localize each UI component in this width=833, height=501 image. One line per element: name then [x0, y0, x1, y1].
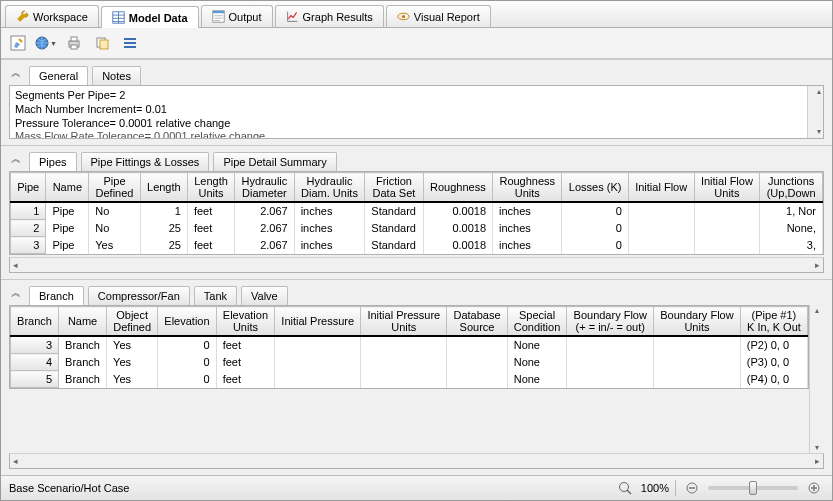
row-header[interactable]: 5 — [11, 371, 59, 388]
col-header[interactable]: DatabaseSource — [447, 307, 507, 337]
col-header[interactable]: Pipe — [11, 173, 46, 203]
col-header[interactable]: ObjectDefined — [107, 307, 158, 337]
general-panel: ︽ General Notes Segments Per Pipe= 2 Mac… — [1, 59, 832, 145]
row-header[interactable]: 3 — [11, 336, 59, 354]
col-header[interactable]: (Pipe #1)K In, K Out — [740, 307, 807, 337]
zoom-slider[interactable] — [708, 486, 798, 490]
scroll-right-icon[interactable]: ▸ — [815, 260, 820, 270]
edit-tool-button[interactable] — [7, 32, 29, 54]
cell: feet — [216, 336, 274, 354]
row-header[interactable]: 2 — [11, 220, 46, 237]
zoom-plus-button[interactable] — [804, 479, 824, 497]
cell — [654, 336, 741, 354]
zoom-slider-thumb[interactable] — [749, 481, 757, 495]
cell — [628, 202, 694, 220]
subtab-general[interactable]: General — [29, 66, 88, 85]
row-header[interactable]: 4 — [11, 354, 59, 371]
collapse-general-button[interactable]: ︽ — [7, 64, 25, 82]
cell: Yes — [107, 354, 158, 371]
branch-grid[interactable]: BranchNameObjectDefinedElevationElevatio… — [9, 305, 809, 389]
col-header[interactable]: Initial Pressure — [275, 307, 361, 337]
copy-tool-button[interactable] — [91, 32, 113, 54]
svg-rect-20 — [100, 40, 108, 49]
cell — [654, 371, 741, 388]
col-header[interactable]: Boundary Flow(+ = in/- = out) — [567, 307, 654, 337]
table-row[interactable]: 1PipeNo1feet2.067inchesStandard0.0018inc… — [11, 202, 823, 220]
zoom-out-mag-button[interactable] — [615, 479, 635, 497]
col-header[interactable]: Elevation — [158, 307, 216, 337]
row-header[interactable]: 3 — [11, 237, 46, 254]
tab-model-data[interactable]: Model Data — [101, 6, 199, 28]
tab-output[interactable]: Output — [201, 5, 273, 27]
col-header[interactable]: Initial PressureUnits — [361, 307, 447, 337]
col-header[interactable]: HydraulicDiameter — [235, 173, 295, 203]
general-text-area[interactable]: Segments Per Pipe= 2 Mach Number Increme… — [9, 85, 824, 139]
col-header[interactable]: Name — [59, 307, 107, 337]
scenario-label: Base Scenario/Hot Case — [9, 482, 129, 494]
cell — [275, 354, 361, 371]
list-tool-button[interactable] — [119, 32, 141, 54]
cell: 0 — [562, 202, 628, 220]
col-header[interactable]: Roughness — [423, 173, 492, 203]
cell: feet — [187, 202, 234, 220]
table-row[interactable]: 4BranchYes0feetNone(P3) 0, 0 — [11, 354, 808, 371]
scroll-left-icon[interactable]: ◂ — [13, 260, 18, 270]
general-line: Mass Flow Rate Tolerance= 0.0001 relativ… — [15, 130, 818, 139]
collapse-branch-button[interactable]: ︽ — [7, 284, 25, 302]
zoom-minus-button[interactable] — [682, 479, 702, 497]
col-header[interactable]: HydraulicDiam. Units — [294, 173, 365, 203]
subtab-pipe-detail[interactable]: Pipe Detail Summary — [213, 152, 336, 171]
subtab-tank[interactable]: Tank — [194, 286, 237, 305]
tab-workspace[interactable]: Workspace — [5, 5, 99, 27]
col-header[interactable]: PipeDefined — [89, 173, 141, 203]
table-row[interactable]: 3BranchYes0feetNone(P2) 0, 0 — [11, 336, 808, 354]
cell: None — [507, 336, 567, 354]
col-header[interactable]: Junctions(Up,Down — [760, 173, 823, 203]
col-header[interactable]: Initial Flow — [628, 173, 694, 203]
print-tool-button[interactable] — [63, 32, 85, 54]
scroll-right-icon[interactable]: ▸ — [815, 456, 820, 466]
cell: 0 — [158, 336, 216, 354]
pipes-hscroll[interactable]: ◂▸ — [9, 257, 824, 273]
table-row[interactable]: 5BranchYes0feetNone(P4) 0, 0 — [11, 371, 808, 388]
scroll-down-icon[interactable]: ▾ — [810, 443, 824, 452]
subtab-pipes[interactable]: Pipes — [29, 152, 77, 171]
col-header[interactable]: Initial FlowUnits — [694, 173, 760, 203]
subtab-compressor[interactable]: Compressor/Fan — [88, 286, 190, 305]
subtab-pipe-fittings[interactable]: Pipe Fittings & Losses — [81, 152, 210, 171]
subtab-branch[interactable]: Branch — [29, 286, 84, 305]
branch-panel: ︽ Branch Compressor/Fan Tank Valve Branc… — [1, 279, 832, 475]
branch-hscroll[interactable]: ◂▸ — [9, 453, 824, 469]
col-header[interactable]: Boundary FlowUnits — [654, 307, 741, 337]
pipes-grid[interactable]: PipeNamePipeDefinedLengthLengthUnitsHydr… — [9, 171, 824, 255]
col-header[interactable]: RoughnessUnits — [493, 173, 562, 203]
col-header[interactable]: FrictionData Set — [365, 173, 423, 203]
subtab-notes[interactable]: Notes — [92, 66, 141, 85]
cell: inches — [294, 220, 365, 237]
col-header[interactable]: Name — [46, 173, 89, 203]
cell: 0.0018 — [423, 237, 492, 254]
col-header[interactable]: ElevationUnits — [216, 307, 274, 337]
col-header[interactable]: Length — [140, 173, 187, 203]
table-row[interactable]: 2PipeNo25feet2.067inchesStandard0.0018in… — [11, 220, 823, 237]
col-header[interactable]: SpecialCondition — [507, 307, 567, 337]
branch-vscroll[interactable]: ▴▾ — [809, 305, 824, 453]
scroll-up-icon[interactable]: ▴ — [817, 87, 821, 97]
tab-graph-results[interactable]: Graph Results — [275, 5, 384, 27]
subtab-valve[interactable]: Valve — [241, 286, 288, 305]
general-line: Segments Per Pipe= 2 — [15, 89, 818, 103]
scroll-up-icon[interactable]: ▴ — [810, 306, 824, 315]
row-header[interactable]: 1 — [11, 202, 46, 220]
scroll-left-icon[interactable]: ◂ — [13, 456, 18, 466]
col-header[interactable]: LengthUnits — [187, 173, 234, 203]
cell: 3, — [760, 237, 823, 254]
status-bar: Base Scenario/Hot Case 100% — [1, 475, 832, 500]
col-header[interactable]: Branch — [11, 307, 59, 337]
table-row[interactable]: 3PipeYes25feet2.067inchesStandard0.0018i… — [11, 237, 823, 254]
globe-tool-button[interactable]: ▼ — [35, 32, 57, 54]
scroll-down-icon[interactable]: ▾ — [817, 127, 821, 137]
tab-visual-report[interactable]: Visual Report — [386, 5, 491, 27]
col-header[interactable]: Losses (K) — [562, 173, 628, 203]
cell: Yes — [89, 237, 141, 254]
collapse-pipes-button[interactable]: ︽ — [7, 150, 25, 168]
